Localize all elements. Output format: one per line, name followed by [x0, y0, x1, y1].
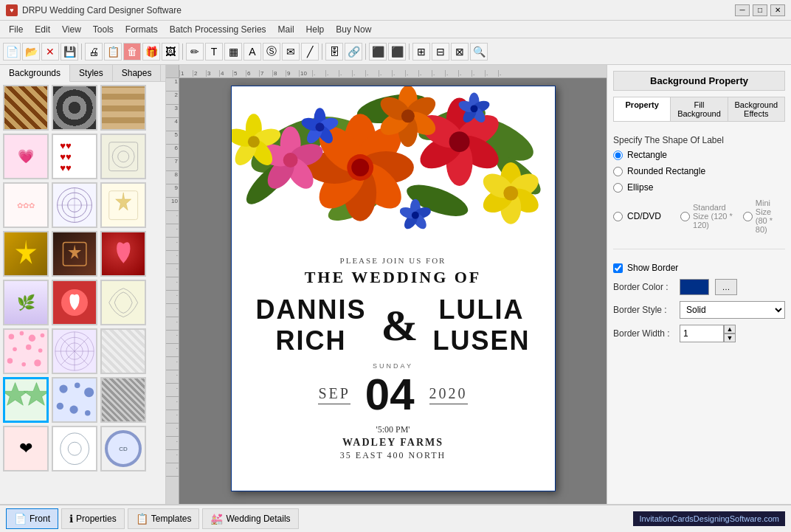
svg-point-21 [26, 345, 31, 350]
border-style-select[interactable]: Solid Dashed Dotted Double [680, 301, 785, 319]
tb-text[interactable]: T [205, 43, 223, 61]
radio-standard-size[interactable] [680, 212, 690, 221]
maximize-button[interactable]: □ [753, 4, 767, 16]
show-border-label: Show Border [627, 263, 678, 273]
tb-new[interactable]: 📄 [3, 43, 21, 61]
card-time: '5:00 PM' [254, 424, 533, 435]
bg-item-11[interactable] [52, 231, 97, 277]
menu-mail[interactable]: Mail [272, 23, 300, 36]
tb-letter[interactable]: A [243, 43, 261, 61]
tab-backgrounds[interactable]: Backgrounds [0, 65, 70, 82]
radio-rectangle[interactable] [613, 151, 623, 160]
menu-edit[interactable]: Edit [29, 23, 56, 36]
bottom-front[interactable]: 📄 Front [6, 508, 58, 529]
bottom-properties[interactable]: ℹ Properties [61, 508, 125, 529]
bg-item-17[interactable] [52, 328, 97, 374]
bg-item-14[interactable] [52, 280, 97, 325]
bg-item-9[interactable] [100, 182, 146, 228]
tb-align1[interactable]: ⬛ [369, 43, 387, 61]
bg-item-13[interactable]: 🌿 [3, 280, 49, 325]
card-year: 2020 [429, 385, 468, 404]
tb-barcode[interactable]: ▦ [224, 43, 242, 61]
tb-grid1[interactable]: ⊞ [412, 43, 430, 61]
border-color-picker-button[interactable]: … [715, 279, 737, 295]
bg-item-4[interactable]: 💗 [3, 134, 49, 179]
tab-fill[interactable]: Fill Background [671, 97, 728, 121]
tb-align2[interactable]: ⬛ [388, 43, 406, 61]
menu-buynow[interactable]: Buy Now [330, 23, 377, 36]
radio-cd-dvd[interactable] [613, 212, 623, 221]
tb-delete[interactable]: 🗑 [123, 43, 141, 61]
tab-styles[interactable]: Styles [70, 65, 113, 81]
radio-mini-size[interactable] [743, 212, 753, 221]
tab-property[interactable]: Property [614, 97, 671, 121]
bg-item-6[interactable] [100, 134, 146, 179]
border-width-input[interactable] [680, 325, 724, 342]
bg-item-23[interactable] [52, 426, 97, 471]
bg-item-24[interactable]: CD [100, 426, 146, 471]
tb-close-file[interactable]: ✕ [41, 43, 59, 61]
tb-wordart[interactable]: Ⓢ [263, 43, 280, 61]
bg-item-16[interactable] [3, 328, 49, 374]
bg-item-18[interactable] [100, 328, 146, 374]
bg-item-22[interactable]: ❤ [3, 426, 49, 471]
tab-shapes[interactable]: Shapes [113, 65, 162, 81]
svg-point-40 [85, 410, 90, 415]
tb-grid2[interactable]: ⊟ [432, 43, 449, 61]
bg-item-8[interactable] [52, 182, 97, 228]
window-controls: ─ □ ✕ [735, 4, 785, 16]
menu-file[interactable]: File [3, 23, 29, 36]
tb-mail[interactable]: ✉ [282, 43, 300, 61]
radio-rounded-row: Rounded Rectangle [613, 166, 785, 176]
border-color-swatch[interactable] [680, 279, 709, 295]
tab-effects[interactable]: Background Effects [728, 97, 784, 121]
bg-item-5[interactable]: ♥♥ ♥♥ ♥♥ [52, 134, 97, 179]
tb-gift[interactable]: 🎁 [142, 43, 160, 61]
bg-item-7[interactable]: ✿✿✿ [3, 182, 49, 228]
bg-item-3[interactable] [100, 85, 146, 131]
spin-up[interactable]: ▲ [724, 325, 736, 334]
bg-item-12[interactable] [100, 231, 146, 277]
bg-item-20[interactable] [52, 377, 97, 423]
templates-label: Templates [151, 514, 192, 524]
menu-formats[interactable]: Formats [120, 23, 164, 36]
tb-open[interactable]: 📂 [22, 43, 40, 61]
bg-item-15[interactable] [100, 280, 146, 325]
menu-help[interactable]: Help [300, 23, 331, 36]
design-canvas[interactable]: PLEASE JOIN US FOR THE WEDDING OF DANNIS… [231, 86, 556, 491]
bg-item-19[interactable] [3, 377, 49, 423]
radio-rounded-rectangle[interactable] [613, 167, 623, 176]
ruler-vertical: 1 2 3 4 5 6 7 8 9 10 . . . . . . . . . . [166, 78, 179, 504]
bg-item-10[interactable] [3, 231, 49, 277]
tb-connect[interactable]: 🔗 [345, 43, 362, 61]
tb-save[interactable]: 💾 [61, 43, 78, 61]
tb-db[interactable]: 🗄 [325, 43, 343, 61]
tb-image[interactable]: 🖼 [162, 43, 179, 61]
close-button[interactable]: ✕ [770, 4, 785, 16]
spin-controls: ▲ ▼ [724, 325, 736, 342]
bg-item-1[interactable] [3, 85, 49, 131]
menu-batch[interactable]: Batch Processing Series [164, 23, 272, 36]
menu-view[interactable]: View [56, 23, 87, 36]
bg-item-2[interactable] [52, 85, 97, 131]
svg-point-98 [411, 212, 418, 219]
tb-print[interactable]: 🖨 [85, 43, 103, 61]
radio-ellipse[interactable] [613, 183, 623, 193]
bottom-wedding-details[interactable]: 💒 Wedding Details [202, 508, 298, 529]
panel-title: Background Property [613, 71, 785, 91]
tb-grid3[interactable]: ⊠ [451, 43, 469, 61]
svg-point-111 [401, 109, 414, 122]
tb-draw[interactable]: ✏ [186, 43, 204, 61]
prop-tabs: Property Fill Background Background Effe… [613, 97, 785, 122]
bg-item-21[interactable] [100, 377, 146, 423]
show-border-checkbox[interactable] [613, 263, 623, 273]
spin-down[interactable]: ▼ [724, 334, 736, 342]
canvas-scroll[interactable]: PLEASE JOIN US FOR THE WEDDING OF DANNIS… [179, 78, 607, 504]
radio-rectangle-row: Rectangle [613, 150, 785, 160]
tb-zoom[interactable]: 🔍 [470, 43, 488, 61]
minimize-button[interactable]: ─ [735, 4, 750, 16]
bottom-templates[interactable]: 📋 Templates [128, 508, 200, 529]
tb-line[interactable]: ╱ [301, 43, 319, 61]
menu-tools[interactable]: Tools [87, 23, 120, 36]
tb-preview[interactable]: 📋 [104, 43, 122, 61]
